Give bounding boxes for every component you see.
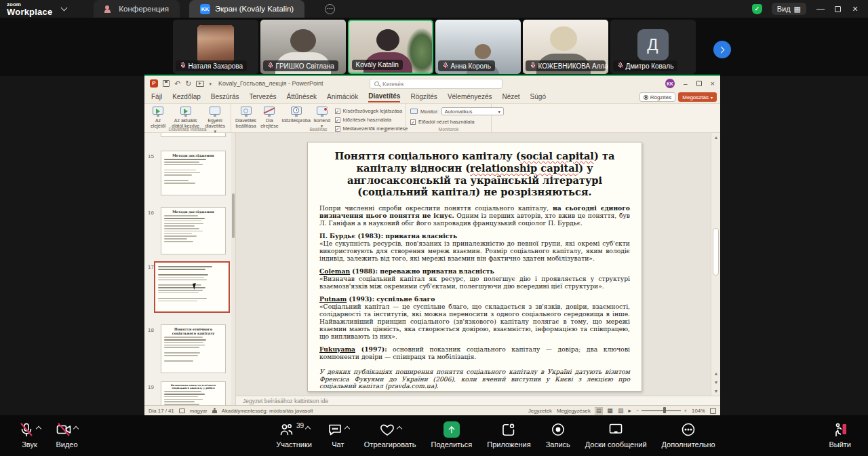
- hide-slide-button[interactable]: Dia elrejtése: [259, 105, 279, 130]
- rehearse-timings-button[interactable]: Időzítéspróba: [281, 105, 311, 124]
- ppt-minimize-button[interactable]: –: [684, 80, 688, 88]
- setup-slideshow-button[interactable]: Diavetítés beállítása: [234, 105, 258, 130]
- start-presentation-icon[interactable]: [196, 81, 204, 87]
- view-reading-button[interactable]: ▥: [618, 408, 624, 414]
- comments-toggle[interactable]: Megjegyzések: [557, 408, 591, 414]
- slide-thumbnail-panel[interactable]: 15Методи дослідження16Методи дослідження…: [144, 133, 236, 405]
- zoom-slider-thumb[interactable]: [663, 407, 666, 413]
- ppt-close-button[interactable]: ×: [711, 79, 715, 88]
- redo-icon[interactable]: ↻: [185, 80, 191, 88]
- menu-tab-rögzítés[interactable]: Rögzítés: [410, 93, 437, 102]
- from-current-slide-button[interactable]: Az aktuális diától kezdve: [170, 105, 201, 130]
- panel-scrollbar[interactable]: [231, 133, 235, 405]
- ppt-account-avatar[interactable]: KK: [665, 79, 675, 88]
- scroll-up-icon[interactable]: ▲: [711, 133, 721, 142]
- menu-tab-súgó[interactable]: Súgó: [530, 93, 546, 102]
- chevron-up-icon[interactable]: [344, 426, 350, 432]
- toolbar-item-whiteboard[interactable]: Доски сообщений: [578, 421, 654, 449]
- chevron-up-icon[interactable]: [73, 426, 79, 432]
- zoom-out-button[interactable]: −: [636, 408, 639, 414]
- ribbon-checkbox[interactable]: ✓Időzítések használata: [335, 115, 408, 124]
- menu-tab-áttűnések[interactable]: Áttűnések: [287, 93, 317, 102]
- toolbar-item-video-muted[interactable]: Видео: [48, 421, 85, 449]
- record-slideshow-button[interactable]: Sorrend ▾: [313, 105, 332, 129]
- ribbon-checkbox[interactable]: ✓Kísérőszövegek lejátszása: [335, 107, 408, 115]
- save-icon[interactable]: [163, 80, 170, 87]
- participant-tile[interactable]: ГРИШКО Світлана: [260, 20, 346, 74]
- display-settings-icon[interactable]: [179, 408, 185, 413]
- toolbar-item-participants[interactable]: 39Участники: [269, 421, 319, 449]
- close-button[interactable]: ×: [850, 3, 860, 14]
- menu-tab-diavetítés[interactable]: Diavetítés: [368, 92, 400, 102]
- security-shield-icon[interactable]: ✓: [752, 4, 762, 14]
- fit-to-window-icon[interactable]: [710, 408, 716, 414]
- scrollbar-thumb[interactable]: [232, 193, 235, 238]
- video-muted-icon: [56, 421, 72, 440]
- toolbar-item-react-heart[interactable]: Отреагировать: [357, 421, 424, 449]
- rehearse-timings-icon: [290, 107, 303, 117]
- zoom-slider[interactable]: [642, 410, 681, 411]
- workspace-chevron-down-icon[interactable]: [61, 4, 68, 11]
- toolbar-item-more[interactable]: Дополнительно: [654, 421, 723, 449]
- tab-meeting[interactable]: Конференция: [94, 0, 180, 18]
- monitor-dropdown[interactable]: Automatikus ▾: [441, 107, 504, 115]
- menu-tab-nézet[interactable]: Nézet: [502, 93, 519, 102]
- toolbar-item-leave[interactable]: Выйти: [821, 421, 859, 449]
- chevron-up-icon[interactable]: [305, 426, 311, 432]
- toolbar-item-label: Доски сообщений: [585, 440, 647, 449]
- scroll-down-icon[interactable]: ▼: [711, 387, 721, 396]
- accessibility-status[interactable]: Akadálymentesség: módosítás javasolt: [222, 408, 313, 414]
- setup-show-icon: [239, 107, 253, 117]
- slide-thumbnail-16[interactable]: Методи дослідження: [161, 207, 226, 254]
- menu-tab-kezdőlap[interactable]: Kezdőlap: [172, 93, 201, 102]
- view-slideshow-button[interactable]: ▸: [628, 408, 631, 414]
- zoom-in-button[interactable]: +: [684, 408, 687, 414]
- toolbar-item-chat[interactable]: Чат: [319, 421, 357, 449]
- maximize-button[interactable]: [835, 6, 841, 12]
- participant-tile[interactable]: ДДмитро Коваль: [610, 20, 696, 74]
- toolbar-item-mic-muted[interactable]: Звук: [11, 421, 48, 449]
- notes-bar[interactable]: Jegyzet beírásához kattintson ide: [236, 396, 720, 405]
- slide-thumbnail-partial[interactable]: [161, 133, 226, 137]
- participant-tile[interactable]: Анна Король: [435, 20, 521, 74]
- slide-thumbnail-19[interactable]: Визначення поняття етнічного соціального…: [161, 381, 226, 405]
- participant-tile[interactable]: КОЖЕВНИКОВА Алла: [523, 20, 608, 74]
- qat-chevron-icon[interactable]: ▾: [209, 81, 212, 86]
- participant-tile[interactable]: Kovály Katalin: [348, 20, 433, 74]
- share-presentation-button[interactable]: Megosztás▾: [678, 92, 717, 102]
- previous-slide-icon[interactable]: ▲: [711, 369, 721, 378]
- menu-tab-animációk[interactable]: Animációk: [327, 93, 358, 102]
- menu-tab-véleményezés[interactable]: Véleményezés: [448, 93, 492, 102]
- view-normal-button[interactable]: ▤: [595, 408, 603, 414]
- tab-options-icon[interactable]: ⋯: [325, 4, 335, 14]
- slide-thumbnail-17[interactable]: [154, 261, 230, 313]
- toolbar-item-apps[interactable]: Приложения: [479, 421, 538, 449]
- canvas-scrollbar[interactable]: ▲ ▲ ▼ ▼: [711, 133, 720, 396]
- next-slide-icon[interactable]: ▼: [711, 378, 721, 387]
- menu-tab-fájl[interactable]: Fájl: [151, 93, 162, 102]
- view-sorter-button[interactable]: ▦: [607, 408, 613, 414]
- slide-thumbnail-15[interactable]: Методи дослідження: [161, 151, 226, 195]
- slide[interactable]: Поняття соціального капіталу (social cap…: [307, 142, 642, 392]
- toolbar-item-record[interactable]: Запись: [538, 421, 578, 449]
- minimize-button[interactable]: —: [816, 4, 825, 14]
- record-presentation-button[interactable]: Rögzítés: [639, 92, 676, 102]
- menu-tab-beszúrás[interactable]: Beszúrás: [211, 93, 239, 102]
- notes-toggle[interactable]: Jegyzetek: [528, 408, 552, 414]
- slide-thumbnail-18[interactable]: Поняття етнічного соціального капіталу: [161, 324, 226, 373]
- language-indicator[interactable]: magyar: [190, 408, 208, 414]
- participant-tile[interactable]: Наталя Захарова: [173, 20, 258, 74]
- menu-tab-tervezés[interactable]: Tervezés: [250, 93, 277, 102]
- canvas-scrollbar-thumb[interactable]: [713, 228, 719, 276]
- next-participants-button[interactable]: [713, 41, 731, 58]
- view-button[interactable]: Вид ▦: [772, 3, 806, 15]
- presenter-view-checkbox[interactable]: ✓ Előadói nézet használata: [410, 117, 504, 126]
- chevron-up-icon[interactable]: [36, 426, 41, 432]
- toolbar-item-share-screen[interactable]: Поделиться: [424, 421, 480, 449]
- undo-icon[interactable]: ↶: [174, 80, 180, 88]
- tab-screen-share[interactable]: KK Экран (Kovály Katalin): [189, 0, 304, 18]
- start-from-beginning-button[interactable]: Az elejétől: [147, 105, 169, 130]
- chevron-up-icon[interactable]: [396, 426, 401, 432]
- ppt-search-box[interactable]: Keresés: [370, 79, 502, 89]
- ppt-restore-button[interactable]: [696, 81, 702, 86]
